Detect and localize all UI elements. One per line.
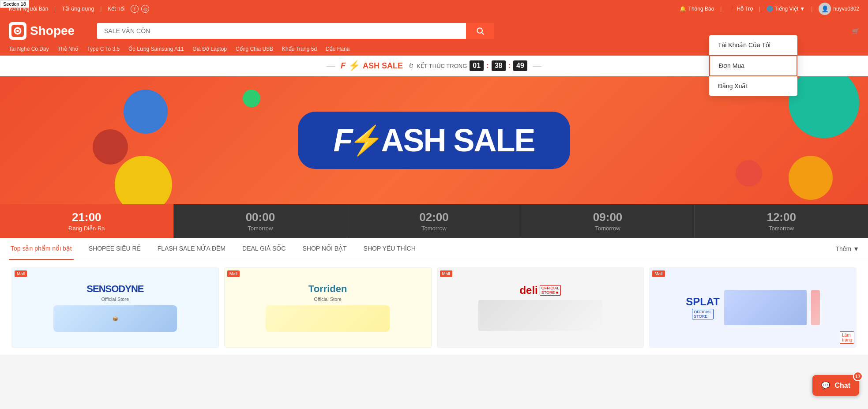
cat-tab-5[interactable]: SHOP YÊU THÍCH xyxy=(362,238,417,260)
time-slots: 21:00 Đang Diễn Ra 00:00 Tomorrow 02:00 … xyxy=(0,204,868,238)
splat-img-side xyxy=(811,290,820,325)
search-nav-item-1[interactable]: Thẻ Nhớ xyxy=(58,46,79,52)
product-card-0[interactable]: Mall SENSODYNE Official Store 📦 xyxy=(11,267,219,348)
flash-sale-timer: ⏱ KẾT THÚC TRONG 01 : 38 : 49 xyxy=(408,60,527,71)
svg-line-3 xyxy=(482,33,484,35)
splat-brand-section: SPLAT OFFICIALSTORE xyxy=(686,296,720,319)
product-card-3[interactable]: Mall SPLAT OFFICIALSTORE Lămtráng xyxy=(649,267,857,348)
time-slot-0-label: Đang Diễn Ra xyxy=(0,225,173,232)
cat-tab-3[interactable]: DEAL GIÁ SỐC xyxy=(240,238,287,260)
flash-lightning: ⚡ xyxy=(348,60,360,71)
time-slot-1-time: 00:00 xyxy=(174,210,347,224)
search-nav-item-3[interactable]: Ốp Lưng Samsung A11 xyxy=(128,46,184,52)
flash-ash-sale: ASH SALE xyxy=(363,61,403,71)
instagram-icon[interactable]: ◎ xyxy=(141,5,149,13)
timer-sep-2: : xyxy=(508,62,511,70)
download-app-link[interactable]: Tải ứng dụng xyxy=(62,6,94,12)
notification-link[interactable]: 🔔 Thông Báo xyxy=(680,6,714,12)
time-slot-2-time: 02:00 xyxy=(347,210,521,224)
search-bar xyxy=(97,23,494,39)
torriden-sub: Official Store xyxy=(314,296,342,302)
more-button[interactable]: Thêm ▼ xyxy=(835,245,859,252)
social-icons: f ◎ xyxy=(131,5,149,13)
logo-text: Shopee xyxy=(30,24,75,38)
separator-1: | xyxy=(54,6,56,12)
search-nav-item-2[interactable]: Type C To 3.5 xyxy=(87,46,120,52)
time-slot-1[interactable]: 00:00 Tomorrow xyxy=(174,204,348,238)
splat-brand: SPLAT xyxy=(686,296,720,308)
user-menu-trigger[interactable]: 👤 huyvu0302 xyxy=(819,3,859,15)
sensodyne-brand: SENSODYNE xyxy=(86,283,143,295)
facebook-icon[interactable]: f xyxy=(131,5,139,13)
cat-tab-1[interactable]: SHOPEE SIÊU RẺ xyxy=(87,238,143,260)
time-slot-3[interactable]: 09:00 Tomorrow xyxy=(521,204,695,238)
product-img-2: Mall deli OFFICIALSTORE ■ xyxy=(437,268,644,347)
header-right: 🛒 xyxy=(852,28,859,34)
category-tabs: Top sản phẩm nổi bật SHOPEE SIÊU RẺ FLAS… xyxy=(0,238,868,260)
product-grid: Mall SENSODYNE Official Store 📦 Mall Tor… xyxy=(0,260,868,355)
time-slot-3-time: 09:00 xyxy=(521,210,695,224)
official-store-badge-splat: OFFICIALSTORE xyxy=(692,309,714,319)
cat-tab-4[interactable]: SHOP NỔI BẬT xyxy=(301,238,348,260)
cat-tab-2[interactable]: FLASH SALE NỬA ĐÊM xyxy=(156,238,227,260)
header: Shopee 🛒 xyxy=(0,18,868,44)
mall-badge-3: Mall xyxy=(652,270,665,277)
product-card-2[interactable]: Mall deli OFFICIALSTORE ■ xyxy=(437,267,644,348)
search-button[interactable] xyxy=(466,23,494,39)
search-nav-item-5[interactable]: Cổng Chia USB xyxy=(236,46,273,52)
flash-sale-bar: — F ⚡ ASH SALE ⏱ KẾT THÚC TRONG 01 : 38 … xyxy=(0,56,868,76)
search-input[interactable] xyxy=(97,23,466,39)
logo-icon xyxy=(9,22,26,40)
banner-content: F ⚡ ASH SALE xyxy=(298,112,570,169)
search-nav-item-0[interactable]: Tai Nghe Có Dây xyxy=(9,46,49,52)
circle-blue xyxy=(124,90,168,134)
search-nav: Tai Nghe Có Dây Thẻ Nhớ Type C To 3.5 Ốp… xyxy=(0,44,868,56)
flash-sale-title: F ⚡ ASH SALE xyxy=(341,60,403,71)
separator-4: | xyxy=(759,6,760,12)
torriden-img-placeholder xyxy=(266,305,390,332)
search-nav-item-6[interactable]: Khẩu Trang 5d xyxy=(282,46,317,52)
mall-badge-1: Mall xyxy=(227,270,240,277)
bell-icon: 🔔 xyxy=(680,6,686,12)
top-bar-left: Kênh Người Bán | Tải ứng dụng | Kết nối … xyxy=(9,5,149,13)
question-icon: ❓ xyxy=(728,6,734,12)
logo[interactable]: Shopee xyxy=(9,22,88,40)
time-slot-0[interactable]: 21:00 Đang Diễn Ra xyxy=(0,204,174,238)
product-img-1: Mall Torriden Official Store xyxy=(225,268,431,347)
sensodyne-img-placeholder: 📦 xyxy=(53,305,177,332)
separator-3: | xyxy=(720,6,721,12)
timer-sep-1: : xyxy=(486,62,488,70)
timer-seconds: 49 xyxy=(513,60,527,71)
time-slot-2[interactable]: 02:00 Tomorrow xyxy=(347,204,521,238)
sensodyne-sub: Official Store xyxy=(101,296,129,302)
svg-point-1 xyxy=(16,30,19,32)
language-selector[interactable]: 🌐 Tiếng Việt ▼ xyxy=(767,6,805,12)
cat-tab-0[interactable]: Top sản phẩm nổi bật xyxy=(9,238,74,260)
circle-yellow xyxy=(115,156,172,204)
search-nav-item-7[interactable]: Dầu Hana xyxy=(326,46,349,52)
product-img-0: Mall SENSODYNE Official Store 📦 xyxy=(12,268,218,347)
circle-small-red xyxy=(736,160,762,187)
dash-left: — xyxy=(327,61,335,71)
top-bar: Kênh Người Bán | Tải ứng dụng | Kết nối … xyxy=(0,0,868,18)
torriden-brand: Torriden xyxy=(308,283,347,295)
search-nav-item-4[interactable]: Giá Đỡ Laptop xyxy=(192,46,227,52)
product-card-1[interactable]: Mall Torriden Official Store xyxy=(224,267,432,348)
mall-badge-0: Mall xyxy=(15,270,27,277)
deli-img-placeholder xyxy=(478,300,602,331)
time-slot-4[interactable]: 12:00 Tomorrow xyxy=(695,204,868,238)
product-img-3: Mall SPLAT OFFICIALSTORE Lămtráng xyxy=(650,268,856,347)
avatar: 👤 xyxy=(819,3,831,15)
banner-lightning-icon: ⚡ xyxy=(349,124,383,157)
main-banner: F ⚡ ASH SALE xyxy=(0,76,868,204)
username-label: huyvu0302 xyxy=(833,6,859,12)
timer-hours: 01 xyxy=(470,60,484,71)
circle-green xyxy=(243,90,260,107)
splat-img-placeholder xyxy=(724,290,807,325)
support-link[interactable]: ❓ Hỗ Trợ xyxy=(728,6,753,12)
dash-right: — xyxy=(533,61,541,71)
flash-sale-logo-text: F ⚡ ASH SALE xyxy=(333,122,534,158)
lam-trang-badge: Lămtráng xyxy=(840,331,854,344)
cart-icon[interactable]: 🛒 xyxy=(852,28,859,34)
circle-red xyxy=(93,129,128,165)
